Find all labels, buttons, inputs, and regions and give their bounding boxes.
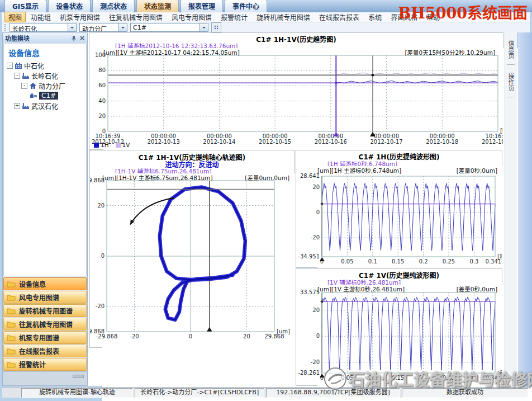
- svg-text:2012-10-19: 2012-10-19: [482, 139, 503, 145]
- svg-text:-34.951: -34.951: [298, 253, 320, 260]
- tree-node-wuhan[interactable]: + 武汉石化: [4, 101, 86, 111]
- folder-icon: [7, 321, 16, 328]
- waveform-1v-plot[interactable]: 00.050.10.150.20.250.30.341433.575200-20…: [296, 269, 502, 385]
- tool-bar: 长岭石化 动力分厂 C1#: [2, 22, 530, 32]
- svg-text:0.3: 0.3: [469, 375, 478, 381]
- branch-combo[interactable]: 动力分厂: [79, 23, 127, 32]
- svg-text:-20: -20: [96, 303, 104, 309]
- svg-text:0.05: 0.05: [341, 258, 353, 265]
- branch-combo-dropdown[interactable]: [118, 23, 127, 31]
- svg-text:33.575: 33.575: [300, 289, 320, 295]
- expand-icon[interactable]: +: [14, 103, 20, 109]
- status-server-address: 192.168.88.9,7001/TCP[集团级服务器]: [266, 388, 400, 398]
- tree-node-c1[interactable]: C1#: [4, 91, 86, 101]
- plant-combo-value: 长岭石化: [10, 23, 68, 31]
- nav-button-online-report[interactable]: 在线报告报表: [3, 345, 87, 357]
- legend-1v-swatch: [116, 143, 121, 148]
- folder-icon: [7, 348, 16, 355]
- svg-text:20: 20: [243, 333, 250, 339]
- nav-button-rotating-charts[interactable]: 旋转机械专用图谱: [3, 304, 87, 317]
- machine-icon: [30, 92, 37, 100]
- navigation-buttons: 设备信息 风电专用图谱 旋转机械专用图谱 往复机械专用图谱 机泵专用图谱 在线报…: [3, 277, 87, 371]
- svg-text:0.05: 0.05: [341, 375, 353, 381]
- svg-text:-28.261: -28.261: [298, 370, 320, 376]
- collapse-icon[interactable]: -: [7, 63, 13, 69]
- plant-combo-dropdown[interactable]: [68, 23, 76, 31]
- tree-node-changling[interactable]: - 长岭石化: [4, 70, 86, 81]
- tab-device-status[interactable]: 设备状态: [48, 0, 91, 12]
- menu-wind-charts[interactable]: 风电专用图谱: [168, 12, 216, 22]
- chevron-down-icon: [202, 27, 206, 30]
- menu-system[interactable]: 系统: [364, 12, 386, 22]
- svg-text:60: 60: [98, 82, 106, 88]
- nav-button-pump-charts[interactable]: 机泵专用图谱: [3, 331, 87, 344]
- status-current-view: 旋转机械专用图谱-轴心轨迹: [21, 388, 133, 398]
- svg-text:0.3: 0.3: [469, 258, 478, 265]
- menu-rotating-charts[interactable]: 旋转机械专用图谱: [253, 12, 314, 22]
- svg-text:29.868: 29.868: [90, 177, 104, 183]
- menu-recip-charts[interactable]: 往复机械专用图谱: [105, 12, 167, 22]
- orbit-chart-panel: C1# 1H-1V(历史提纯轴心轨迹图) 进动方向：反进动 [1H-1V 辅游标…: [89, 150, 294, 348]
- nav-button-wind-charts[interactable]: 风电专用图谱: [3, 291, 87, 304]
- menu-pump-charts[interactable]: 机泵专用图谱: [56, 12, 104, 22]
- svg-text:80: 80: [98, 67, 106, 73]
- svg-text:2012-10-16: 2012-10-16: [315, 139, 347, 145]
- left-panel-title: 功能模块: [5, 34, 30, 43]
- trend-legend: 1H 1V: [94, 141, 130, 148]
- machine-combo-dropdown[interactable]: [200, 23, 208, 31]
- svg-text:-20: -20: [130, 333, 139, 339]
- toolbar-more-button[interactable]: [211, 22, 221, 32]
- machine-combo[interactable]: C1#: [130, 23, 208, 32]
- svg-text:-20: -20: [311, 234, 320, 240]
- nav-button-alarm-stats[interactable]: 报警统计: [3, 358, 87, 371]
- svg-text:[秒]: [秒]: [497, 370, 502, 376]
- panel-resize-handle[interactable]: [73, 375, 84, 378]
- menu-function-group[interactable]: 功能组: [27, 12, 55, 22]
- waveform-1h-plot[interactable]: 00.050.10.150.20.250.30.341428.641200-20…: [296, 150, 502, 267]
- nav-button-recip-charts[interactable]: 往复机械专用图谱: [3, 318, 87, 331]
- svg-text:0.25: 0.25: [443, 375, 455, 381]
- side-tab-info-page[interactable]: 信息页: [507, 40, 515, 65]
- tab-gis[interactable]: GIS显示: [4, 0, 46, 12]
- toolbar-drag-handle[interactable]: [4, 24, 6, 31]
- status-bar: 旋转机械专用图谱-轴心轨迹 长岭石化->动力分厂->C1#[CLSHDLCFB]…: [2, 387, 528, 398]
- trend-plot[interactable]: 10080604020010:16:392012-10-1200:00:0020…: [89, 33, 503, 149]
- svg-text:20: 20: [312, 307, 320, 313]
- orbit-plot[interactable]: -29.868-2002029.86829.868200-20-29.868[u…: [90, 150, 294, 347]
- close-icon[interactable]: ×: [79, 35, 85, 41]
- tab-event-center[interactable]: 事件中心: [225, 0, 267, 12]
- chart-workspace: C1# 1H-1V(历史趋势图) [1H 辅游标2012-10-16 12:32…: [88, 32, 505, 386]
- svg-text:2012-10-13: 2012-10-13: [148, 139, 180, 145]
- corporation-icon: [15, 62, 22, 69]
- folder-icon: [7, 361, 16, 368]
- status-data-result: 数据获取成功: [402, 388, 528, 398]
- grid-dots-icon: [213, 25, 219, 30]
- collapse-icon[interactable]: -: [21, 83, 27, 89]
- menu-alarm-stats[interactable]: 报警统计: [217, 12, 251, 22]
- collapse-icon[interactable]: -: [14, 73, 20, 79]
- tab-report-manage[interactable]: 报表管理: [180, 0, 223, 12]
- plant-combo[interactable]: 长岭石化: [10, 23, 77, 32]
- left-panel-footer: [3, 371, 87, 385]
- svg-text:0.15: 0.15: [392, 375, 404, 381]
- svg-text:[时间]: [时间]: [500, 127, 503, 134]
- waveform-1v-panel: C1# 1V(历史提纯波形图) [1V 辅游标0秒,26.481um] [um]…: [296, 268, 502, 386]
- svg-text:100: 100: [95, 52, 106, 58]
- svg-text:0: 0: [316, 209, 320, 215]
- folder-icon: [7, 294, 16, 301]
- svg-text:40: 40: [98, 98, 106, 104]
- tree-node-sinopec[interactable]: - 中石化: [4, 60, 86, 70]
- chevron-down-icon: [121, 27, 125, 30]
- tab-point-status[interactable]: 测点状态: [92, 0, 135, 12]
- menu-online-report[interactable]: 在线报告报表: [315, 12, 363, 22]
- pin-icon[interactable]: [71, 35, 77, 41]
- menu-view[interactable]: 视图: [4, 12, 26, 22]
- side-tab-operate-page[interactable]: 操作页: [507, 73, 515, 97]
- status-selected-path: 长岭石化->动力分厂->C1#[CLSHDLCFB]: [135, 388, 264, 398]
- tree-node-power-branch[interactable]: - 动力分厂: [4, 81, 86, 91]
- tab-condition-monitor[interactable]: 状态监测: [136, 0, 179, 12]
- nav-button-device-info[interactable]: 设备信息: [3, 277, 87, 290]
- svg-text:0: 0: [101, 253, 104, 259]
- svg-text:20: 20: [97, 202, 104, 209]
- folder-icon: [7, 281, 16, 287]
